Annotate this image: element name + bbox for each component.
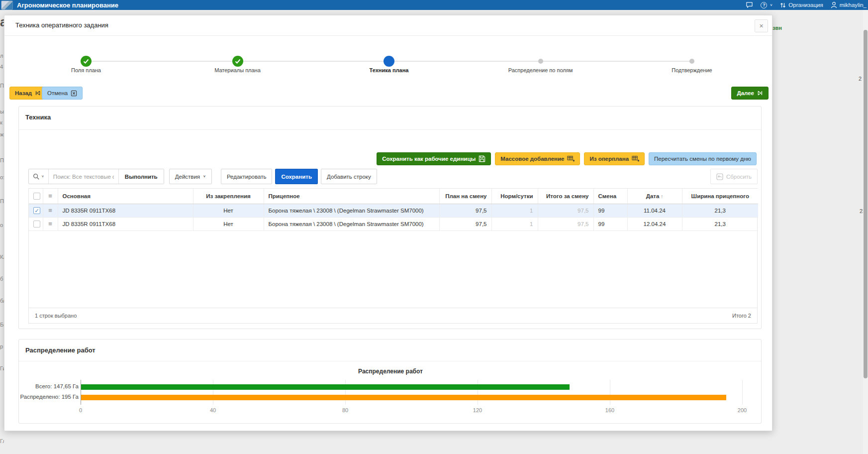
column-header-8[interactable]: Дата↑: [627, 189, 682, 204]
search-input[interactable]: [49, 169, 118, 184]
chart-gridline: [213, 380, 213, 405]
background-text-fragment: 4: [0, 64, 4, 70]
cell-trailer_width[interactable]: 21,3: [682, 217, 758, 230]
distribution-chart: Распределение работ 04080120160200Всего:…: [19, 361, 762, 424]
wizard-step-label: Поля плана: [31, 67, 141, 73]
from-operplan-button[interactable]: Из оперплана: [584, 152, 645, 165]
background-text-fragment: л: [0, 53, 4, 59]
user-menu[interactable]: mikhaylin_: [831, 1, 867, 8]
action-label: Из оперплана: [589, 156, 629, 162]
background-text-fragment: ж: [0, 131, 4, 137]
user-label: mikhaylin_: [840, 2, 867, 8]
step-todo-dot: [538, 59, 543, 64]
recalc-shifts-button[interactable]: Пересчитать смены по первому дню: [649, 152, 757, 165]
back-button[interactable]: Назад: [9, 87, 46, 100]
next-label: Далее: [737, 90, 754, 96]
column-header-7[interactable]: Смена: [593, 189, 627, 204]
next-button[interactable]: Далее: [731, 87, 769, 100]
cell-from_assignment[interactable]: Нет: [193, 217, 264, 230]
close-icon[interactable]: ×: [755, 19, 768, 32]
actions-menu-button[interactable]: Действия ∨: [169, 169, 212, 184]
run-search-button[interactable]: Выполнить: [118, 169, 164, 184]
row-checkbox[interactable]: [33, 221, 40, 227]
hamburger-icon: ≡: [48, 220, 52, 227]
background-text-fragment: Гл: [0, 438, 4, 444]
save-as-work-units-button[interactable]: Сохранить как рабочие единицы: [377, 152, 491, 165]
row-drag-handle[interactable]: ≡: [43, 204, 58, 217]
help-menu[interactable]: ? ∨: [761, 2, 772, 8]
cell-main[interactable]: JD 8335R 0911TX68: [58, 204, 193, 217]
row-select-cell[interactable]: [29, 217, 43, 230]
cell-shift[interactable]: 99: [593, 217, 627, 230]
chart-gridline: [478, 380, 478, 405]
column-header-4[interactable]: План на смену: [439, 189, 491, 204]
cell-date[interactable]: 11.04.24: [627, 204, 682, 217]
select-all-header[interactable]: [29, 189, 43, 204]
page-scrollbar[interactable]: [863, 10, 868, 454]
reset-label: Сбросить: [726, 174, 752, 180]
background-text-fragment: Кл: [0, 254, 4, 260]
row-select-cell[interactable]: ✓: [29, 204, 43, 217]
organization-switcher[interactable]: Организация: [780, 2, 823, 8]
cell-shift[interactable]: 99: [593, 204, 627, 217]
wizard-step-label: Техника плана: [334, 67, 444, 73]
step-done-check-icon: [232, 56, 243, 67]
wizard-nav: Назад Отмена Далее: [4, 87, 772, 100]
section-divider: [19, 129, 761, 130]
selection-count: 1 строк выбрано: [35, 313, 77, 319]
chat-icon[interactable]: [746, 1, 753, 8]
mass-add-button[interactable]: Массовое добавление: [495, 152, 580, 165]
column-header-5[interactable]: Норм/сутки: [491, 189, 538, 204]
save-icon: [479, 155, 485, 162]
background-text-fragment: о:: [0, 174, 4, 180]
add-row-button[interactable]: Добавить строку: [321, 169, 377, 184]
tech-actions: Сохранить как рабочие единицыМассовое до…: [377, 152, 757, 165]
scrollbar-thumb[interactable]: [864, 30, 868, 378]
screen: ал4ПыкжПео:ПеоКлбблБирГиГлзвн223 Агроном…: [0, 0, 868, 454]
background-text-fragment: б: [0, 276, 4, 282]
cell-norm_per_day: 1: [491, 217, 538, 230]
column-header-9[interactable]: Ширина прицепного: [682, 189, 758, 204]
cell-total_per_shift: 97,5: [538, 204, 593, 217]
reset-button[interactable]: Сбросить: [710, 169, 758, 184]
topbar-right: ? ∨ Организация mikhaylin_: [746, 1, 868, 8]
row-checkbox[interactable]: ✓: [33, 207, 40, 214]
cell-trailer[interactable]: Борона тяжелая \ 23008 \ (Degelman Straw…: [264, 204, 439, 217]
step-todo-dot: [689, 59, 694, 64]
help-icon: ?: [761, 2, 767, 8]
table-row: ✓≡JD 8335R 0911TX68НетБорона тяжелая \ 2…: [29, 204, 758, 217]
modal-title: Техника оперативного задания: [15, 21, 108, 29]
cell-plan_per_shift[interactable]: 97,5: [439, 217, 491, 230]
background-text-fragment: к: [0, 119, 4, 125]
grid-toolbar: ∨ Выполнить Действия ∨ Редактировать Сох…: [28, 169, 758, 184]
hamburger-icon: ≡: [48, 192, 52, 200]
app-topbar: Агрономическое планирование ? ∨ Организа…: [0, 0, 868, 10]
chart-gridline: [742, 380, 743, 405]
wizard-step-label: Распределение по полям: [486, 67, 595, 73]
cell-date[interactable]: 12.04.24: [627, 217, 682, 230]
cell-trailer_width[interactable]: 21,3: [682, 204, 758, 217]
background-text-fragment: Би: [0, 322, 4, 328]
cell-trailer[interactable]: Борона тяжелая \ 23008 \ (Degelman Straw…: [264, 217, 439, 230]
column-header-6[interactable]: Итого за смену: [538, 189, 593, 204]
column-header-2[interactable]: Из закрепления: [193, 189, 264, 204]
cell-plan_per_shift[interactable]: 97,5: [439, 204, 491, 217]
cancel-button[interactable]: Отмена: [42, 87, 83, 100]
chart-title: Распределение работ: [19, 368, 762, 375]
cell-main[interactable]: JD 8335R 0911TX68: [58, 217, 193, 230]
chevron-down-icon: ∨: [41, 175, 44, 178]
boxed-x-icon: [71, 90, 77, 97]
background-text-fragment: а: [0, 15, 4, 29]
background-text-fragment: Пе: [0, 198, 4, 204]
edit-button[interactable]: Редактировать: [221, 169, 272, 184]
background-text-fragment: р: [0, 343, 4, 349]
grid-footer: 1 строк выбрано Итого 2: [29, 308, 757, 323]
row-drag-handle[interactable]: ≡: [43, 217, 58, 230]
search-scope-button[interactable]: ∨: [29, 169, 49, 184]
column-header-3[interactable]: Прицепное: [264, 189, 439, 204]
grid-save-button[interactable]: Сохранить: [275, 169, 318, 184]
cell-from_assignment[interactable]: Нет: [193, 204, 264, 217]
column-header-1[interactable]: Основная: [58, 189, 193, 204]
select-all-checkbox[interactable]: [33, 193, 40, 200]
reset-icon: [716, 173, 723, 180]
